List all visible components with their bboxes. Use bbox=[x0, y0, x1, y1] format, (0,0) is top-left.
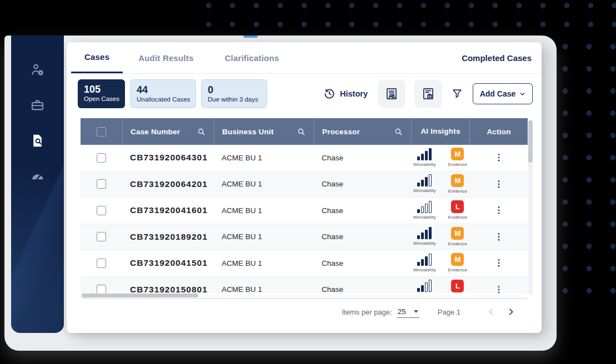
table-row[interactable]: CB731920064301 ACME BU 1 Chase Winnabili… bbox=[81, 145, 528, 171]
stat-label: Unallocated Cases bbox=[137, 96, 189, 104]
stat-open-cases[interactable]: 105 Open Cases bbox=[78, 79, 125, 108]
row-actions-menu-button[interactable] bbox=[494, 179, 504, 189]
vertical-scrollbar-thumb[interactable] bbox=[528, 120, 533, 163]
business-unit-cell: ACME BU 1 bbox=[214, 259, 314, 267]
row-actions-menu-button[interactable] bbox=[494, 205, 504, 215]
app-screen: Cases Audit Results Clarifications Compl… bbox=[4, 36, 557, 351]
col-case-number-label: Case Number bbox=[131, 128, 180, 136]
evidence-label: Evidence bbox=[448, 215, 468, 220]
col-ai-insights-label: AI Insights bbox=[420, 127, 460, 136]
table-header-row: Case Number Business Unit bbox=[81, 118, 528, 145]
vertical-scrollbar[interactable] bbox=[528, 119, 533, 295]
completed-cases-link[interactable]: Completed Cases bbox=[462, 42, 532, 74]
evidence-badge: M bbox=[451, 148, 464, 160]
winnability-indicator: Winnability bbox=[413, 201, 436, 220]
page-indicator: Page 1 bbox=[438, 308, 460, 316]
dot-pattern-right bbox=[557, 36, 616, 309]
winnability-bars-icon bbox=[417, 280, 432, 292]
table-row[interactable]: CB731920064201 ACME BU 1 Chase Winnabili… bbox=[81, 171, 528, 198]
sidebar-item-case-review[interactable] bbox=[25, 128, 51, 153]
search-icon[interactable] bbox=[394, 127, 403, 136]
case-number-cell: CB731920064301 bbox=[122, 153, 214, 163]
row-actions-menu-button[interactable] bbox=[494, 232, 504, 242]
business-unit-cell: ACME BU 1 bbox=[214, 180, 314, 188]
row-actions-menu-button[interactable] bbox=[494, 258, 504, 268]
history-clock-icon bbox=[323, 88, 335, 100]
add-case-button[interactable]: Add Case bbox=[473, 83, 533, 104]
row-checkbox[interactable] bbox=[97, 153, 106, 163]
toolbar: 105 Open Cases 44 Unallocated Cases 0 Du… bbox=[67, 74, 542, 114]
sidebar-nav bbox=[11, 36, 64, 333]
caret-down-icon bbox=[414, 310, 418, 313]
tab-audit-results[interactable]: Audit Results bbox=[123, 42, 209, 73]
row-checkbox[interactable] bbox=[97, 179, 106, 189]
winnability-bars-icon bbox=[417, 254, 432, 266]
items-per-page-select[interactable]: 25 bbox=[397, 306, 419, 318]
winnability-label: Winnability bbox=[413, 241, 436, 246]
stat-due-soon[interactable]: 0 Due within 3 days bbox=[201, 79, 267, 108]
evidence-indicator: M Evidence bbox=[448, 227, 468, 247]
horizontal-scrollbar[interactable] bbox=[81, 293, 528, 298]
evidence-badge: L bbox=[451, 280, 464, 292]
winnability-indicator: Winnability bbox=[413, 254, 436, 273]
row-checkbox[interactable] bbox=[97, 206, 106, 215]
search-icon[interactable] bbox=[197, 127, 206, 136]
select-all-checkbox[interactable] bbox=[97, 127, 106, 136]
col-business-unit-label: Business Unit bbox=[222, 128, 274, 136]
document-people-icon bbox=[384, 87, 399, 101]
evidence-badge: L bbox=[451, 200, 464, 213]
stat-value: 105 bbox=[84, 84, 119, 95]
evidence-indicator: M Evidence bbox=[448, 148, 468, 168]
winnability-indicator: Winnability bbox=[413, 148, 436, 168]
desktop-background: Cases Audit Results Clarifications Compl… bbox=[0, 0, 616, 364]
evidence-label: Evidence bbox=[448, 241, 468, 247]
tab-clarifications[interactable]: Clarifications bbox=[209, 42, 294, 73]
bank-report-button[interactable] bbox=[414, 80, 442, 108]
sidebar-item-user-settings[interactable] bbox=[25, 57, 51, 82]
stat-unallocated-cases[interactable]: 44 Unallocated Cases bbox=[130, 79, 196, 108]
stat-value: 0 bbox=[208, 84, 261, 96]
filter-button[interactable] bbox=[451, 88, 463, 100]
business-unit-cell: ACME BU 1 bbox=[214, 206, 314, 215]
case-number-cell: CB731920064201 bbox=[122, 179, 214, 189]
evidence-badge: M bbox=[451, 253, 464, 266]
horizontal-scrollbar-thumb[interactable] bbox=[82, 294, 198, 297]
case-number-cell: CB731920041501 bbox=[122, 258, 214, 268]
winnability-bars-icon bbox=[417, 201, 432, 213]
top-progress-bar bbox=[243, 36, 258, 38]
business-unit-cell: ACME BU 1 bbox=[214, 285, 314, 294]
history-label: History bbox=[340, 89, 368, 98]
row-actions-menu-button[interactable] bbox=[494, 153, 504, 163]
evidence-indicator: M Evidence bbox=[448, 174, 468, 194]
stat-label: Open Cases bbox=[84, 95, 119, 103]
filter-funnel-icon bbox=[451, 88, 463, 100]
sidebar-item-cases[interactable] bbox=[25, 92, 51, 118]
document-bank-icon bbox=[421, 87, 435, 101]
processor-cell: Chase bbox=[314, 285, 411, 294]
previous-page-button[interactable] bbox=[484, 305, 498, 318]
next-page-button[interactable] bbox=[504, 305, 518, 318]
row-checkbox[interactable] bbox=[97, 232, 106, 241]
briefcase-icon bbox=[30, 98, 45, 113]
business-unit-cell: ACME BU 1 bbox=[214, 154, 314, 162]
ai-insights-cell: Winnability M Evidence bbox=[411, 253, 469, 273]
items-per-page-label: Items per page: bbox=[342, 308, 392, 316]
ai-insights-cell: Winnability M Evidence bbox=[411, 148, 469, 168]
row-checkbox[interactable] bbox=[97, 259, 106, 268]
search-icon[interactable] bbox=[297, 127, 306, 136]
main-card: Cases Audit Results Clarifications Compl… bbox=[67, 42, 542, 333]
col-action-label: Action bbox=[487, 128, 510, 136]
winnability-bars-icon bbox=[417, 174, 432, 186]
table-row[interactable]: CB731920041601 ACME BU 1 Chase Winnabili… bbox=[81, 198, 528, 224]
assign-report-button[interactable] bbox=[378, 80, 405, 108]
table-row[interactable]: CB731920189201 ACME BU 1 Chase Winnabili… bbox=[81, 224, 528, 251]
tab-cases[interactable]: Cases bbox=[71, 42, 123, 73]
dot-pattern-top bbox=[196, 0, 616, 36]
table-row[interactable]: CB731920041501 ACME BU 1 Chase Winnabili… bbox=[81, 250, 528, 277]
history-button[interactable]: History bbox=[323, 88, 368, 100]
evidence-indicator: L Evidence bbox=[448, 200, 468, 220]
stat-label: Due within 3 days bbox=[208, 96, 261, 104]
evidence-badge: M bbox=[451, 174, 464, 187]
sidebar-item-dashboard[interactable] bbox=[25, 163, 51, 189]
winnability-bars-icon bbox=[417, 227, 432, 239]
